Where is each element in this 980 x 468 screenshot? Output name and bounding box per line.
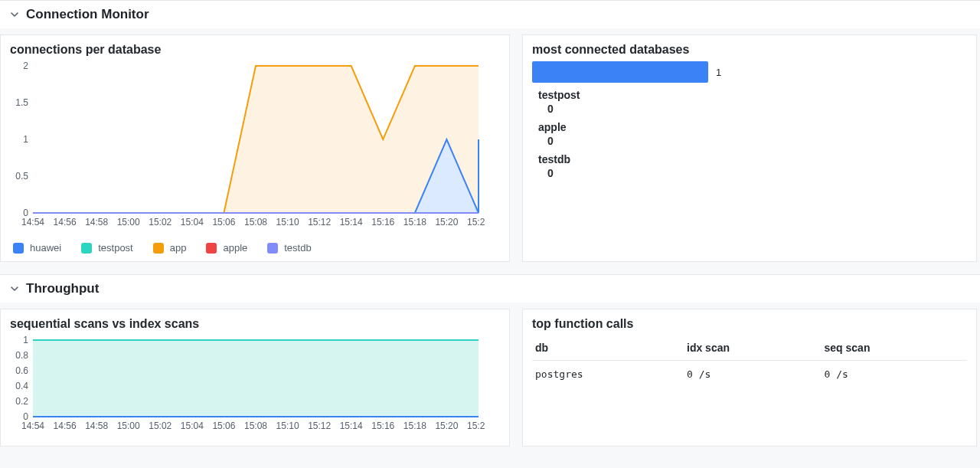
chevron-down-icon bbox=[9, 283, 20, 294]
svg-text:14:56: 14:56 bbox=[54, 217, 77, 227]
svg-text:0.8: 0.8 bbox=[15, 350, 28, 361]
legend-item-apple[interactable]: apple bbox=[206, 242, 247, 254]
list-item[interactable]: testdb 0 bbox=[532, 153, 967, 179]
svg-text:2: 2 bbox=[23, 61, 28, 71]
table-row[interactable]: postgres 0 /s 0 /s bbox=[532, 361, 967, 388]
svg-text:15:22: 15:22 bbox=[467, 217, 485, 227]
svg-text:15:20: 15:20 bbox=[435, 217, 458, 227]
svg-text:15:12: 15:12 bbox=[308, 217, 331, 227]
svg-text:15:10: 15:10 bbox=[276, 421, 299, 431]
cell-idx: 0 /s bbox=[684, 361, 822, 388]
chart-connections-per-database[interactable]: 00.511.5214:5414:5614:5815:0015:0215:041… bbox=[10, 61, 485, 230]
svg-text:15:00: 15:00 bbox=[117, 217, 140, 227]
legend-swatch bbox=[206, 243, 217, 254]
legend-item-app[interactable]: app bbox=[153, 242, 187, 254]
svg-text:15:00: 15:00 bbox=[117, 421, 140, 431]
legend-item-testdb[interactable]: testdb bbox=[267, 242, 311, 254]
db-value: 0 bbox=[538, 135, 967, 147]
db-value: 0 bbox=[538, 103, 967, 115]
svg-text:0.4: 0.4 bbox=[15, 381, 28, 391]
panel-most-connected-databases: most connected databases 1 testpost 0 ap… bbox=[522, 34, 977, 262]
svg-text:14:58: 14:58 bbox=[85, 421, 108, 431]
svg-text:15:02: 15:02 bbox=[149, 217, 172, 227]
panel-connections-per-database: connections per database 00.511.5214:541… bbox=[0, 34, 510, 262]
col-seq[interactable]: seq scan bbox=[822, 335, 967, 361]
svg-text:15:08: 15:08 bbox=[244, 217, 267, 227]
panel-seq-vs-index-scans: sequential scans vs index scans 00.20.40… bbox=[0, 309, 510, 447]
svg-text:1.5: 1.5 bbox=[15, 97, 28, 108]
cell-seq: 0 /s bbox=[822, 361, 967, 388]
svg-text:14:54: 14:54 bbox=[21, 217, 44, 227]
legend-swatch bbox=[153, 243, 164, 254]
panel-title: sequential scans vs index scans bbox=[10, 317, 500, 331]
db-value: 0 bbox=[538, 167, 967, 179]
list-item[interactable]: apple 0 bbox=[532, 121, 967, 147]
svg-text:15:20: 15:20 bbox=[435, 421, 458, 431]
svg-text:15:18: 15:18 bbox=[403, 421, 426, 431]
svg-text:14:58: 14:58 bbox=[85, 217, 108, 227]
svg-text:0.5: 0.5 bbox=[15, 171, 28, 182]
svg-text:15:22: 15:22 bbox=[467, 421, 485, 431]
svg-text:15:08: 15:08 bbox=[244, 421, 267, 431]
svg-text:15:14: 15:14 bbox=[340, 421, 363, 431]
svg-text:15:14: 15:14 bbox=[340, 217, 363, 227]
bar-fill bbox=[532, 61, 708, 83]
chevron-down-icon bbox=[9, 9, 20, 20]
legend-item-huawei[interactable]: huawei bbox=[13, 242, 61, 254]
panel-title: connections per database bbox=[10, 43, 500, 57]
col-idx[interactable]: idx scan bbox=[684, 335, 822, 361]
svg-text:15:04: 15:04 bbox=[181, 421, 204, 431]
svg-text:15:16: 15:16 bbox=[371, 217, 394, 227]
svg-text:1: 1 bbox=[23, 335, 28, 345]
col-db[interactable]: db bbox=[532, 335, 684, 361]
svg-text:15:06: 15:06 bbox=[212, 217, 235, 227]
legend: huawei testpost app apple testdb bbox=[10, 242, 500, 254]
section-throughput[interactable]: Throughput bbox=[0, 274, 980, 303]
svg-text:0.6: 0.6 bbox=[15, 365, 28, 376]
panel-top-function-calls: top function calls db idx scan seq scan … bbox=[522, 309, 977, 447]
svg-text:15:18: 15:18 bbox=[403, 217, 426, 227]
bar-value: 1 bbox=[716, 67, 721, 78]
legend-item-testpost[interactable]: testpost bbox=[81, 242, 133, 254]
db-name: apple bbox=[538, 121, 967, 133]
legend-swatch bbox=[81, 243, 92, 254]
db-name: testdb bbox=[538, 153, 967, 165]
list-item[interactable]: testpost 0 bbox=[532, 89, 967, 115]
svg-text:15:12: 15:12 bbox=[308, 421, 331, 431]
bar-row[interactable]: 1 bbox=[532, 61, 967, 83]
section-title: Connection Monitor bbox=[26, 7, 149, 22]
section-title: Throughput bbox=[26, 281, 99, 296]
svg-text:14:56: 14:56 bbox=[54, 421, 77, 431]
legend-swatch bbox=[13, 243, 24, 254]
svg-text:0.2: 0.2 bbox=[15, 396, 28, 407]
panel-title: top function calls bbox=[532, 317, 967, 331]
cell-db: postgres bbox=[532, 361, 684, 388]
svg-text:15:06: 15:06 bbox=[212, 421, 235, 431]
svg-text:15:04: 15:04 bbox=[181, 217, 204, 227]
svg-text:15:16: 15:16 bbox=[371, 421, 394, 431]
svg-text:14:54: 14:54 bbox=[21, 421, 44, 431]
chart-seq-vs-index[interactable]: 00.20.40.60.8114:5414:5614:5815:0015:021… bbox=[10, 335, 485, 435]
svg-text:1: 1 bbox=[23, 134, 28, 145]
section-connection-monitor[interactable]: Connection Monitor bbox=[0, 0, 980, 28]
legend-swatch bbox=[267, 243, 278, 254]
top-function-table: db idx scan seq scan postgres 0 /s 0 /s bbox=[532, 335, 967, 388]
svg-text:15:02: 15:02 bbox=[149, 421, 172, 431]
svg-text:15:10: 15:10 bbox=[276, 217, 299, 227]
db-name: testpost bbox=[538, 89, 967, 101]
panel-title: most connected databases bbox=[532, 43, 967, 57]
